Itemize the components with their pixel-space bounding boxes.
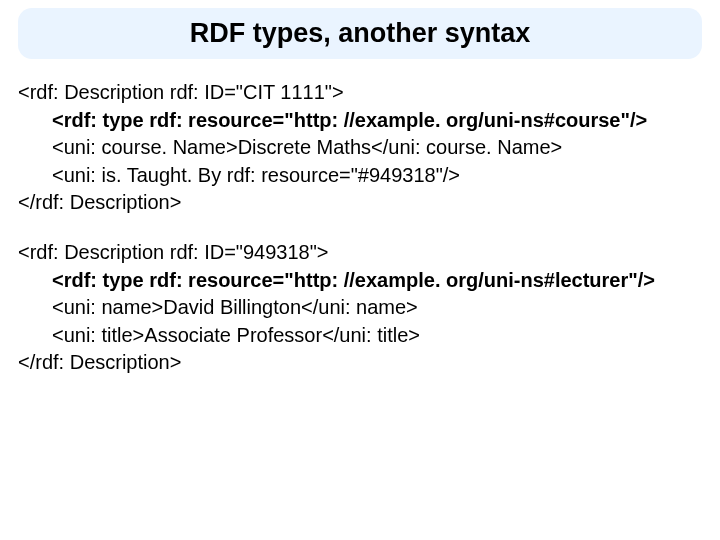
code-line: <uni: name>David Billington</uni: name> [18,294,702,322]
code-block-2: <rdf: Description rdf: ID="949318"> <rdf… [18,239,702,377]
code-block-1: <rdf: Description rdf: ID="CIT 1111"> <r… [18,79,702,217]
code-line: <rdf: type rdf: resource="http: //exampl… [18,267,702,295]
code-line: <uni: is. Taught. By rdf: resource="#949… [18,162,702,190]
code-line: <uni: course. Name>Discrete Maths</uni: … [18,134,702,162]
title-container: RDF types, another syntax [18,8,702,59]
code-line: <rdf: type rdf: resource="http: //exampl… [18,107,702,135]
page-title: RDF types, another syntax [18,18,702,49]
code-line: <uni: title>Associate Professor</uni: ti… [18,322,702,350]
code-line: </rdf: Description> [18,189,702,217]
code-line: <rdf: Description rdf: ID="CIT 1111"> [18,79,702,107]
code-line: </rdf: Description> [18,349,702,377]
code-line: <rdf: Description rdf: ID="949318"> [18,239,702,267]
